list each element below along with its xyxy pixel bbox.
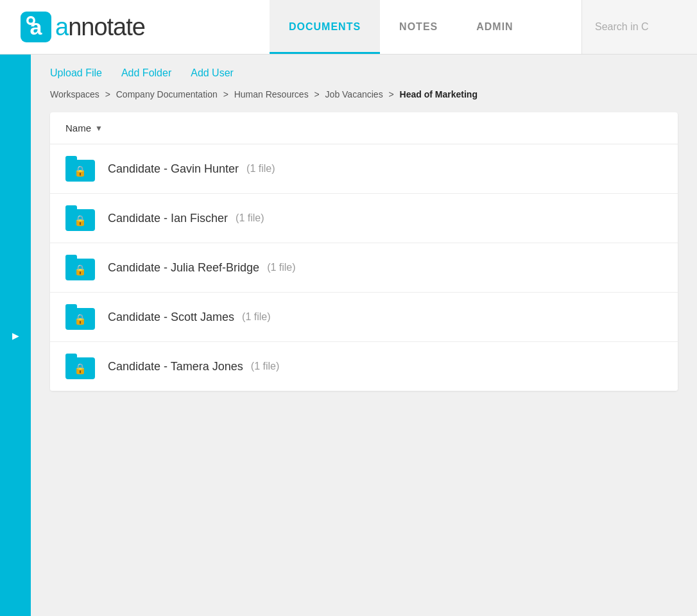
lock-icon: 🔒 [74, 264, 87, 276]
file-count: (1 file) [236, 212, 264, 224]
file-list-header: Name ▼ [50, 112, 678, 144]
tab-notes-label: NOTES [399, 21, 438, 33]
logo-icon: a [19, 10, 53, 44]
list-item[interactable]: 🔒 Candidate - Scott James (1 file) [50, 293, 678, 342]
lock-icon: 🔒 [74, 165, 87, 177]
logo-text: annotate [55, 13, 145, 41]
main-content: Upload File Add Folder Add User Workspac… [31, 55, 697, 616]
breadcrumb-company-documentation[interactable]: Company Documentation [116, 89, 218, 99]
file-count: (1 file) [246, 163, 275, 175]
folder-icon: 🔒 [65, 156, 95, 182]
lock-icon: 🔒 [74, 214, 87, 227]
nav-tabs: DOCUMENTS NOTES ADMIN [270, 0, 581, 54]
toolbar: Upload File Add Folder Add User [50, 67, 678, 79]
tab-documents[interactable]: DOCUMENTS [270, 0, 380, 54]
breadcrumb: Workspaces > Company Documentation > Hum… [50, 89, 678, 99]
sidebar: ▶ [0, 55, 31, 616]
breadcrumb-human-resources[interactable]: Human Resources [234, 89, 309, 99]
tab-documents-label: DOCUMENTS [289, 21, 361, 33]
lock-icon: 🔒 [74, 363, 87, 375]
add-user-button[interactable]: Add User [191, 67, 234, 79]
folder-icon: 🔒 [65, 354, 95, 379]
tab-admin-label: ADMIN [476, 21, 513, 33]
sort-label: Name [65, 123, 91, 133]
file-name: Candidate - Gavin Hunter [108, 162, 239, 176]
file-list: Name ▼ 🔒 Candidate - Gavin Hunter (1 fil… [50, 112, 678, 391]
add-folder-button[interactable]: Add Folder [121, 67, 171, 79]
list-item[interactable]: 🔒 Candidate - Julia Reef-Bridge (1 file) [50, 243, 678, 293]
file-count: (1 file) [251, 361, 279, 372]
list-item[interactable]: 🔒 Candidate - Ian Fischer (1 file) [50, 194, 678, 243]
search-area[interactable]: Search in C [581, 0, 697, 54]
tab-admin[interactable]: ADMIN [457, 0, 532, 54]
upload-file-button[interactable]: Upload File [50, 67, 102, 79]
breadcrumb-workspaces[interactable]: Workspaces [50, 89, 99, 99]
file-name: Candidate - Julia Reef-Bridge [108, 261, 259, 275]
layout: ▶ Upload File Add Folder Add User Worksp… [0, 55, 697, 616]
sidebar-toggle[interactable]: ▶ [0, 323, 31, 348]
tab-notes[interactable]: NOTES [380, 0, 457, 54]
breadcrumb-current: Head of Marketing [400, 89, 478, 99]
file-name: Candidate - Tamera Jones [108, 360, 243, 373]
svg-point-3 [29, 19, 33, 23]
folder-icon: 🔒 [65, 255, 95, 280]
list-item[interactable]: 🔒 Candidate - Gavin Hunter (1 file) [50, 144, 678, 194]
breadcrumb-sep-4: > [389, 89, 397, 99]
file-name: Candidate - Ian Fischer [108, 212, 228, 225]
breadcrumb-sep-2: > [223, 89, 231, 99]
logo-text-accent: a [55, 13, 68, 40]
breadcrumb-sep-3: > [314, 89, 322, 99]
logo-text-rest: nnotate [68, 13, 145, 40]
logo-area: a annotate [0, 0, 270, 54]
file-name: Candidate - Scott James [108, 311, 234, 324]
folder-icon: 🔒 [65, 205, 95, 231]
breadcrumb-job-vacancies[interactable]: Job Vacancies [325, 89, 383, 99]
lock-icon: 🔒 [74, 313, 87, 325]
list-item[interactable]: 🔒 Candidate - Tamera Jones (1 file) [50, 342, 678, 391]
folder-icon: 🔒 [65, 304, 95, 330]
file-count: (1 file) [267, 262, 295, 273]
sort-arrow-icon: ▼ [95, 124, 103, 133]
sidebar-toggle-icon: ▶ [12, 330, 19, 341]
file-count: (1 file) [242, 311, 270, 323]
search-placeholder-text: Search in C [595, 21, 649, 33]
sort-by-name-button[interactable]: Name ▼ [65, 123, 103, 133]
header: a annotate DOCUMENTS NOTES ADMIN Search … [0, 0, 697, 55]
breadcrumb-sep-1: > [105, 89, 113, 99]
